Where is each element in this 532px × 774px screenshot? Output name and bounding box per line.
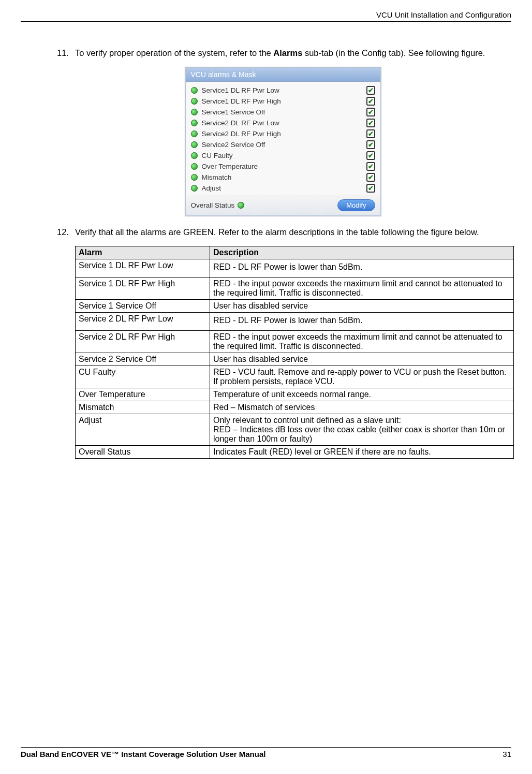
table-row: Service 1 Service OffUser has disabled s… xyxy=(76,299,514,312)
alarms-bold: Alarms xyxy=(273,48,302,57)
step-text: Verify that all the alarms are GREEN. Re… xyxy=(75,226,509,239)
status-dot-icon xyxy=(191,141,198,148)
status-dot-icon xyxy=(191,174,198,181)
checkbox-icon[interactable]: ✔ xyxy=(366,97,375,106)
checkbox-icon[interactable]: ✔ xyxy=(366,162,375,171)
status-dot-icon xyxy=(191,152,198,159)
cell-alarm: Service 1 Service Off xyxy=(76,299,210,312)
alarm-row: Service2 Service Off✔ xyxy=(191,139,375,150)
step-11: 11. To verify proper operation of the sy… xyxy=(57,47,509,60)
checkbox-icon[interactable]: ✔ xyxy=(366,140,375,149)
cell-description: RED - the input power exceeds the maximu… xyxy=(210,277,514,299)
cell-alarm: Service 1 DL RF Pwr High xyxy=(76,277,210,299)
cell-description: Temperature of unit exceeds normal range… xyxy=(210,388,514,401)
alarm-label: Service2 Service Off xyxy=(202,141,366,149)
cell-description: RED - DL RF Power is lower than 5dBm. xyxy=(210,312,514,330)
cell-description: User has disabled service xyxy=(210,353,514,366)
alarm-label: Service1 DL RF Pwr High xyxy=(202,97,366,105)
footer-title: Dual Band EnCOVER VE™ Instant Coverage S… xyxy=(21,750,265,758)
step-number: 11. xyxy=(57,47,75,60)
step-text: To verify proper operation of the system… xyxy=(75,47,509,60)
cell-alarm: Mismatch xyxy=(76,401,210,414)
cell-alarm: Service 2 DL RF Pwr Low xyxy=(76,312,210,330)
checkbox-icon[interactable]: ✔ xyxy=(366,108,375,116)
status-dot-icon xyxy=(191,185,198,192)
checkbox-icon[interactable]: ✔ xyxy=(366,129,375,138)
alarm-row: Service1 Service Off✔ xyxy=(191,107,375,118)
alarm-label: Service1 DL RF Pwr Low xyxy=(202,86,366,94)
table-row: AdjustOnly relevant to control unit defi… xyxy=(76,414,514,445)
cell-alarm: CU Faulty xyxy=(76,366,210,388)
alarm-row: Service1 DL RF Pwr Low✔ xyxy=(191,85,375,96)
cell-description: User has disabled service xyxy=(210,299,514,312)
table-row: MismatchRed – Mismatch of services xyxy=(76,401,514,414)
th-description: Description xyxy=(210,246,514,259)
status-dot-icon xyxy=(238,202,244,209)
alarm-row: Service2 DL RF Pwr High✔ xyxy=(191,128,375,139)
cell-alarm: Service 1 DL RF Pwr Low xyxy=(76,259,210,277)
alarm-row: Service1 DL RF Pwr High✔ xyxy=(191,96,375,107)
vcu-alarms-panel: VCU alarms & Mask Service1 DL RF Pwr Low… xyxy=(185,67,381,216)
page-number: 31 xyxy=(503,750,511,758)
cell-description: RED - the input power exceeds the maximu… xyxy=(210,330,514,353)
status-dot-icon xyxy=(191,98,198,105)
th-alarm: Alarm xyxy=(76,246,210,259)
alarm-row: Mismatch✔ xyxy=(191,172,375,183)
checkbox-icon[interactable]: ✔ xyxy=(366,119,375,127)
alarm-row: Adjust✔ xyxy=(191,183,375,194)
overall-status-label: Overall Status xyxy=(191,201,235,209)
cell-description: RED - DL RF Power is lower than 5dBm. xyxy=(210,259,514,277)
cell-alarm: Service 2 DL RF Pwr High xyxy=(76,330,210,353)
modify-button[interactable]: Modify xyxy=(337,199,375,211)
panel-title: VCU alarms & Mask xyxy=(186,68,380,82)
cell-description: Only relevant to control unit defined as… xyxy=(210,414,514,445)
alarm-label: Mismatch xyxy=(202,173,366,181)
alarm-label: Adjust xyxy=(202,184,366,192)
table-row: CU FaultyRED - VCU fault. Remove and re-… xyxy=(76,366,514,388)
status-dot-icon xyxy=(191,109,198,115)
step-12: 12. Verify that all the alarms are GREEN… xyxy=(57,226,509,239)
cell-description: Red – Mismatch of services xyxy=(210,401,514,414)
alarm-label: Service2 DL RF Pwr Low xyxy=(202,119,366,127)
alarm-row: Over Temperature✔ xyxy=(191,161,375,172)
alarm-label: Service1 Service Off xyxy=(202,108,366,116)
cell-description: RED - VCU fault. Remove and re-apply pow… xyxy=(210,366,514,388)
status-dot-icon xyxy=(191,130,198,137)
table-row: Service 2 DL RF Pwr LowRED - DL RF Power… xyxy=(76,312,514,330)
table-row: Service 2 Service OffUser has disabled s… xyxy=(76,353,514,366)
status-dot-icon xyxy=(191,120,198,126)
cell-description: Indicates Fault (RED) level or GREEN if … xyxy=(210,445,514,458)
cell-alarm: Adjust xyxy=(76,414,210,445)
alarm-label: CU Faulty xyxy=(202,152,366,159)
cell-alarm: Service 2 Service Off xyxy=(76,353,210,366)
page-footer: Dual Band EnCOVER VE™ Instant Coverage S… xyxy=(21,747,511,758)
step-number: 12. xyxy=(57,226,75,239)
alarm-row: Service2 DL RF Pwr Low✔ xyxy=(191,118,375,128)
checkbox-icon[interactable]: ✔ xyxy=(366,184,375,193)
checkbox-icon[interactable]: ✔ xyxy=(366,173,375,182)
chapter-title: VCU Unit Installation and Configuration xyxy=(376,10,511,19)
alarm-label: Over Temperature xyxy=(202,163,366,170)
page-header: VCU Unit Installation and Configuration xyxy=(21,10,511,22)
table-row: Service 1 DL RF Pwr LowRED - DL RF Power… xyxy=(76,259,514,277)
cell-alarm: Overall Status xyxy=(76,445,210,458)
overall-status-row: Overall Status xyxy=(191,201,338,209)
table-row: Service 1 DL RF Pwr HighRED - the input … xyxy=(76,277,514,299)
table-row: Over TemperatureTemperature of unit exce… xyxy=(76,388,514,401)
table-row: Service 2 DL RF Pwr HighRED - the input … xyxy=(76,330,514,353)
alarm-label: Service2 DL RF Pwr High xyxy=(202,130,366,138)
cell-alarm: Over Temperature xyxy=(76,388,210,401)
checkbox-icon[interactable]: ✔ xyxy=(366,151,375,160)
status-dot-icon xyxy=(191,87,198,94)
alarm-description-table: Alarm Description Service 1 DL RF Pwr Lo… xyxy=(75,246,514,459)
status-dot-icon xyxy=(191,163,198,170)
table-row: Overall StatusIndicates Fault (RED) leve… xyxy=(76,445,514,458)
checkbox-icon[interactable]: ✔ xyxy=(366,86,375,95)
alarm-row: CU Faulty✔ xyxy=(191,150,375,161)
